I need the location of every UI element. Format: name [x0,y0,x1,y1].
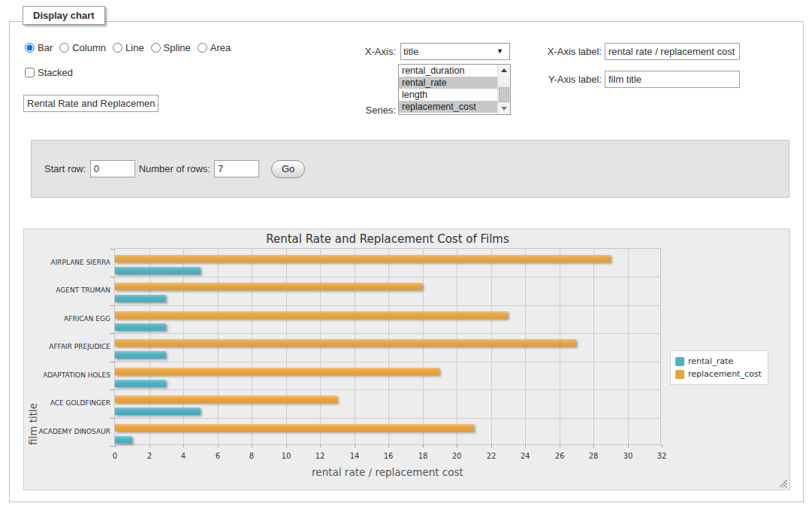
bar-rental_rate[interactable] [115,407,201,415]
gridline-x [252,249,252,444]
bar-rental_rate[interactable] [115,323,166,331]
gridline-x [628,249,629,444]
gridline-x [183,249,184,444]
x-tick-label: 24 [521,452,530,460]
bar-rental_rate[interactable] [115,380,166,387]
y-axis-tick [110,389,114,390]
chart-type-label: Area [210,42,231,53]
plot-area [114,248,661,445]
gridline-y [115,418,660,419]
x-axis-tick [491,444,492,447]
x-tick-label: 20 [452,452,462,460]
bar-replacement_cost[interactable] [115,368,439,375]
series-option-rental_rate[interactable]: rental_rate [399,77,497,89]
gridline-y [115,362,660,362]
bar-rental_rate[interactable] [115,295,166,302]
gridline-x [286,249,287,444]
start-row-input[interactable] [90,160,135,177]
x-axis-tick [457,444,457,447]
chart-type-option-column[interactable]: Column [59,42,106,53]
x-axis-tick [286,444,287,447]
num-rows-input[interactable] [214,160,259,177]
chart-title: Rental Rate and Replacement Cost of Film… [114,232,661,246]
x-tick-label: 10 [282,452,291,460]
bar-rental_rate[interactable] [115,267,201,274]
chart-type-label: Line [125,42,144,53]
go-button[interactable]: Go [271,160,305,178]
chart-type-option-area[interactable]: Area [198,42,231,53]
series-scrollbar[interactable] [497,65,510,114]
bar-replacement_cost[interactable] [115,424,474,432]
chart-type-option-line[interactable]: Line [113,42,144,53]
bar-replacement_cost[interactable] [115,255,611,262]
x-tick-label: 28 [589,452,599,460]
num-rows-label: Number of rows: [139,163,210,174]
arrow-up-icon [501,68,507,72]
chart-type-option-bar[interactable]: Bar [25,42,53,53]
x-tick-label: 26 [555,452,565,460]
bar-replacement_cost[interactable] [115,283,422,290]
y-axis-tick [110,446,114,447]
series-option-length[interactable]: length [399,89,497,101]
y-axis-label-label: Y-Axis label: [527,74,602,85]
x-axis-select[interactable]: title [400,43,510,60]
x-tick-label: 6 [216,452,220,460]
chart-type-radio-spline[interactable] [151,43,161,53]
x-axis-tick [149,444,150,447]
y-axis-tick [110,362,114,362]
resize-grip-icon[interactable] [779,479,787,487]
gridline-x [423,249,424,444]
bar-replacement_cost[interactable] [115,339,576,347]
gridline-x [355,249,355,444]
legend-swatch [675,357,684,366]
x-axis-label-input[interactable] [605,43,740,60]
bar-rental_rate[interactable] [115,436,132,444]
x-axis-tick [115,444,116,447]
x-tick-label: 32 [657,452,667,460]
chart-type-label: Spline [164,42,191,53]
chart-title-input[interactable] [23,95,158,112]
y-axis-tick [110,418,114,419]
x-axis-tick [218,444,219,447]
series-option-rental_duration[interactable]: rental_duration [399,65,497,77]
scrollbar-up-button[interactable] [498,65,510,76]
category-label: ACADEMY DINOSAUR [38,428,110,436]
bar-rental_rate[interactable] [115,351,166,359]
legend-item-replacement_cost[interactable]: replacement_cost [675,368,762,380]
x-axis-label-label: X-Axis label: [527,46,602,57]
chart-type-label: Column [72,42,106,53]
fieldset-legend: Display chart [23,6,105,25]
scrollbar-thumb[interactable] [499,87,509,102]
chart-type-radio-line[interactable] [113,43,122,53]
gridline-x [218,249,219,444]
chart-type-radio-bar[interactable] [25,43,35,53]
arrow-down-icon [501,107,507,111]
x-tick-label: 8 [249,452,254,460]
chart-type-radio-column[interactable] [59,43,69,53]
y-axis-label-input[interactable] [605,71,740,88]
legend-label: rental_rate [688,356,733,366]
legend-item-rental_rate[interactable]: rental_rate [675,355,762,368]
stacked-option[interactable]: Stacked [25,67,73,78]
gridline-x [149,249,150,444]
scrollbar-down-button[interactable] [498,103,510,114]
chart-panel: Rental Rate and Replacement Cost of Film… [23,229,790,490]
x-axis-tick [628,444,629,447]
category-label: ADAPTATION HOLES [38,371,110,380]
start-row-label: Start row: [44,163,86,174]
stacked-checkbox[interactable] [25,68,35,77]
category-label: ACE GOLDFINGER [38,399,110,407]
gridline-x [320,249,321,444]
gridline-x [593,249,594,444]
bar-replacement_cost[interactable] [115,395,337,403]
x-tick-label: 22 [487,452,497,460]
x-tick-label: 12 [315,452,325,460]
bar-replacement_cost[interactable] [115,311,508,319]
series-listbox[interactable]: rental_durationrental_ratelengthreplacem… [398,64,511,115]
chart-type-option-spline[interactable]: Spline [151,42,191,53]
y-axis-tick [110,333,114,334]
chart-type-radio-area[interactable] [198,43,207,53]
series-option-replacement_cost[interactable]: replacement_cost [399,101,497,113]
gridline-x [457,249,457,444]
x-axis-tick [662,444,663,447]
